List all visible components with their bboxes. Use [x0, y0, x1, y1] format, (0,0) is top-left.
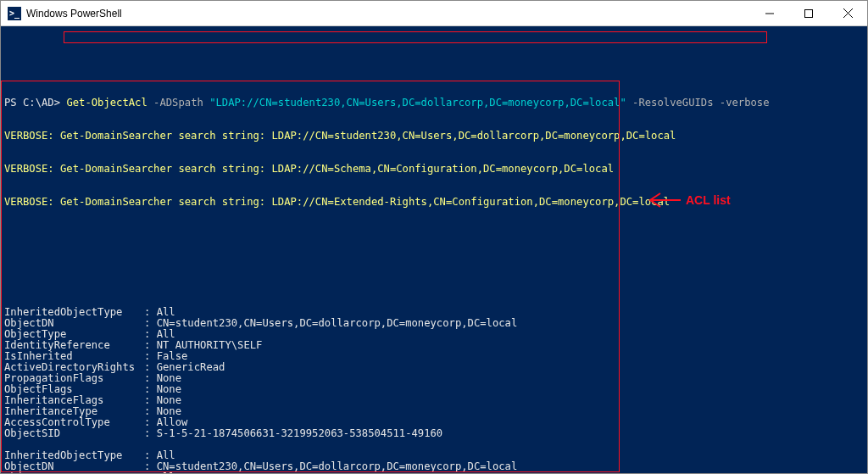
acl-field-value: All: [157, 471, 175, 473]
window-controls: [750, 1, 867, 25]
terminal-area[interactable]: PS C:\AD> Get-ObjectAcl -ADSpath "LDAP:/…: [1, 26, 867, 473]
svg-rect-1: [805, 9, 813, 17]
acl-field-value: All: [157, 328, 175, 340]
window-title: Windows PowerShell: [26, 8, 750, 20]
acl-field-row: ObjectDN: CN=student230,CN=Users,DC=doll…: [4, 318, 864, 329]
acl-field-value: S-1-5-21-1874506631-3219952063-538504511…: [157, 427, 443, 439]
acl-field-value: GenericRead: [157, 361, 225, 373]
acl-field-value: All: [157, 306, 175, 318]
acl-field-value: None: [157, 405, 181, 417]
acl-field-key: ObjectSID: [4, 428, 144, 439]
cmdlet-name: Get-ObjectAcl: [66, 97, 147, 109]
ldap-string: "LDAP://CN=student230,CN=Users,DC=dollar…: [209, 97, 626, 109]
blank-line: [4, 263, 864, 274]
acl-field-row: ActiveDirectoryRights: GenericRead: [4, 362, 864, 373]
acl-field-row: ObjectSID: S-1-5-21-1874506631-321995206…: [4, 428, 864, 439]
acl-field-row: PropagationFlags: None: [4, 373, 864, 384]
acl-field-value: False: [157, 350, 188, 362]
acl-field-colon: :: [144, 472, 157, 473]
acl-field-value: None: [157, 383, 181, 395]
acl-field-row: InheritanceType: None: [4, 406, 864, 417]
blank-line: [4, 439, 864, 450]
command-highlight-box: [64, 31, 767, 43]
acl-field-row: ObjectFlags: None: [4, 384, 864, 395]
minimize-button[interactable]: [750, 1, 789, 25]
blank-line: [4, 230, 864, 241]
acl-field-row: ObjectType: All: [4, 329, 864, 340]
verbose-line: VERBOSE: Get-DomainSearcher search strin…: [4, 197, 864, 208]
acl-field-row: ObjectType: All: [4, 472, 864, 473]
verbose-line: VERBOSE: Get-DomainSearcher search strin…: [4, 164, 864, 175]
acl-field-value: All: [157, 449, 175, 461]
powershell-window: >_ Windows PowerShell PS C:\AD> Get-Obje…: [0, 0, 868, 474]
acl-records: InheritedObjectType: AllObjectDN: CN=stu…: [4, 307, 864, 473]
param-tail: -ResolveGUIDs -verbose: [626, 97, 770, 109]
titlebar[interactable]: >_ Windows PowerShell: [1, 1, 867, 26]
acl-field-value: None: [157, 372, 181, 384]
maximize-button[interactable]: [789, 1, 828, 25]
acl-field-value: None: [157, 394, 181, 406]
ps-prompt: PS C:\AD>: [4, 97, 66, 109]
command-line: PS C:\AD> Get-ObjectAcl -ADSpath "LDAP:/…: [4, 98, 864, 109]
close-button[interactable]: [828, 1, 867, 25]
acl-field-value: NT AUTHORITY\SELF: [157, 339, 263, 351]
acl-field-colon: :: [144, 428, 157, 439]
acl-field-row: ObjectDN: CN=student230,CN=Users,DC=doll…: [4, 461, 864, 472]
param-adspath: -ADSpath: [147, 97, 209, 109]
acl-field-row: IdentityReference: NT AUTHORITY\SELF: [4, 340, 864, 351]
powershell-icon: >_: [8, 7, 21, 20]
acl-field-value: CN=student230,CN=Users,DC=dollarcorp,DC=…: [157, 317, 518, 329]
acl-field-value: Allow: [157, 416, 188, 428]
acl-field-value: CN=student230,CN=Users,DC=dollarcorp,DC=…: [157, 460, 518, 472]
acl-field-key: ObjectType: [4, 472, 144, 473]
verbose-line: VERBOSE: Get-DomainSearcher search strin…: [4, 131, 864, 142]
acl-field-row: InheritanceFlags: None: [4, 395, 864, 406]
